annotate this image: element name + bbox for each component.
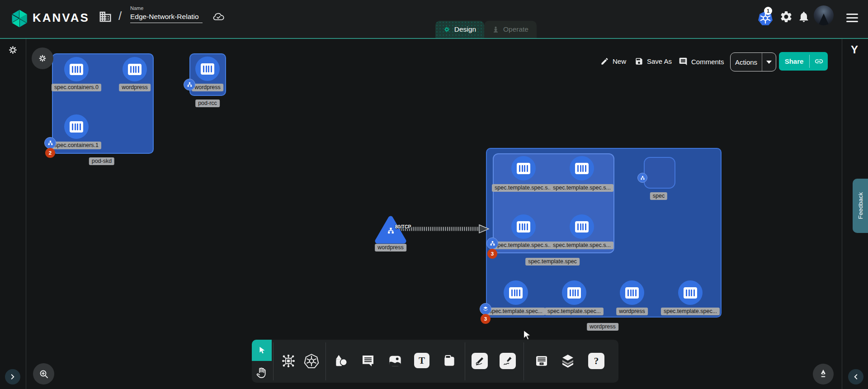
left-rail-divider [26, 39, 26, 389]
save-as-button[interactable]: Save As [635, 57, 672, 66]
tool-help[interactable]: ? [588, 353, 604, 369]
layer5-logo: Y [851, 43, 858, 56]
relationship-badge[interactable] [486, 237, 498, 249]
right-rail-divider [842, 39, 842, 389]
node-label: spec.template.spec.s... [550, 184, 613, 192]
container-node[interactable] [570, 214, 594, 239]
asterisk-node-icon [38, 54, 47, 63]
container-node[interactable] [123, 57, 147, 81]
shapes-icon [334, 354, 348, 368]
group-label: pod-rcc [195, 100, 220, 107]
chevron-right-icon [9, 374, 16, 380]
node-label: spec.template.spec... [486, 308, 545, 315]
whiteboarding-pen-button[interactable] [813, 364, 834, 384]
image-icon [388, 354, 402, 368]
sitemap-icon [387, 227, 395, 237]
organization-icon[interactable] [99, 10, 112, 25]
sitemap-icon [47, 140, 53, 146]
collapse-right-panel-button[interactable] [848, 369, 863, 384]
relationship-badge[interactable] [637, 173, 647, 183]
node-label: spec.template.spec.s... [550, 242, 613, 249]
tool-shapes[interactable] [333, 353, 349, 369]
tool-image[interactable] [387, 353, 403, 369]
chevron-left-icon [853, 374, 859, 380]
menu-hamburger-icon[interactable] [846, 14, 858, 24]
count-badge[interactable]: 3 [487, 249, 497, 259]
tool-layers[interactable] [560, 353, 576, 369]
network-edge [398, 223, 491, 235]
tool-pen[interactable] [472, 353, 488, 369]
service-node[interactable] [374, 215, 407, 244]
group-spec-empty[interactable] [644, 157, 675, 189]
container-node[interactable] [64, 57, 89, 81]
toolbar-divider [465, 342, 465, 380]
container-icon [567, 287, 581, 299]
new-button[interactable]: New [600, 57, 626, 66]
canvas-top-accent-line [0, 38, 868, 39]
container-node[interactable] [195, 57, 220, 81]
tab-operate[interactable]: Operate [484, 21, 537, 38]
zoom-button[interactable] [33, 363, 54, 384]
tool-select-active[interactable] [252, 340, 272, 361]
cursor-arrow-icon [257, 346, 267, 356]
share-button[interactable]: Share [779, 52, 828, 71]
relationship-badge[interactable] [184, 79, 195, 90]
relationship-badge[interactable] [480, 303, 491, 315]
container-node[interactable] [570, 156, 594, 180]
tool-archive-drawer[interactable] [533, 353, 550, 369]
copy-link-icon[interactable] [810, 57, 828, 66]
tool-kubernetes[interactable] [303, 353, 320, 369]
actions-dropdown-button[interactable]: Actions [730, 52, 776, 71]
expand-left-panel-button[interactable] [5, 369, 20, 384]
container-node[interactable] [562, 280, 586, 305]
container-icon [684, 287, 697, 299]
new-label: New [613, 57, 626, 65]
relationship-badge[interactable] [44, 137, 56, 149]
container-node[interactable] [64, 114, 89, 139]
container-node[interactable] [678, 280, 703, 305]
container-icon [575, 163, 589, 174]
container-node[interactable] [620, 280, 644, 305]
layers-icon [561, 354, 575, 368]
cloud-saved-icon [212, 10, 225, 24]
count-badge[interactable]: 2 [45, 148, 55, 158]
kubernetes-cluster-icon[interactable]: 1 [758, 10, 773, 28]
user-avatar[interactable] [814, 5, 834, 25]
container-icon [575, 221, 589, 232]
count-badge[interactable]: 3 [481, 314, 491, 324]
node-label: wordpress [119, 84, 151, 91]
container-node[interactable] [504, 280, 528, 305]
container-icon [70, 64, 83, 75]
magnifier-plus-icon [38, 369, 49, 380]
container-icon [201, 63, 214, 75]
feedback-label: Feedback [857, 192, 864, 219]
pencil-icon [600, 57, 609, 66]
container-node[interactable] [511, 156, 536, 180]
notifications-bell-icon[interactable] [797, 10, 810, 25]
feedback-tab[interactable]: Feedback [853, 179, 868, 233]
group-label: spec [650, 192, 667, 200]
container-node[interactable] [511, 214, 536, 239]
settings-gear-icon[interactable] [779, 10, 793, 25]
tool-text[interactable]: T [414, 353, 429, 368]
kubernetes-wheel-icon [304, 353, 319, 369]
comments-button[interactable]: Comments [679, 57, 724, 66]
container-icon [517, 221, 530, 232]
toolbar-divider [524, 342, 524, 380]
kanvas-logo-icon[interactable] [9, 8, 30, 31]
tool-pan-hand[interactable] [253, 364, 269, 380]
floppy-save-icon [635, 57, 643, 66]
tool-freehand[interactable] [500, 353, 516, 369]
comment-icon [361, 354, 375, 368]
tool-frame[interactable] [441, 353, 458, 369]
tab-operate-label: Operate [503, 25, 528, 33]
canvas-floating-node-button[interactable] [32, 47, 53, 69]
sitemap-icon [187, 82, 193, 88]
tab-design[interactable]: Design [435, 21, 484, 38]
node-label: spec.template.spec... [661, 308, 720, 315]
node-label: spec.template.spec... [545, 308, 604, 315]
tool-components[interactable] [280, 353, 297, 369]
design-name-input[interactable] [130, 12, 203, 23]
design-name-label: Name [130, 5, 207, 11]
tool-comment[interactable] [360, 353, 376, 369]
